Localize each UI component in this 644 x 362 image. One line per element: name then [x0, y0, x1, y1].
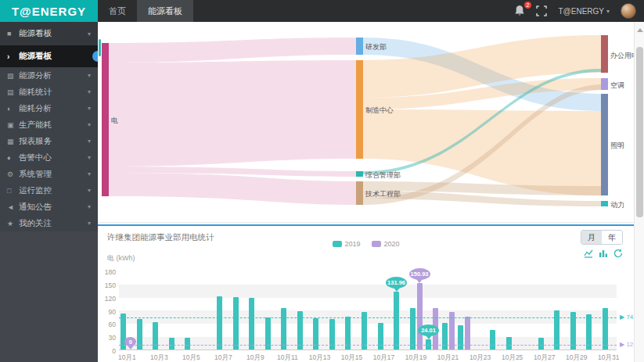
x-tick-label: 10月3	[145, 353, 173, 362]
x-tick-label: 10月29	[563, 353, 591, 362]
avg-line-2020	[119, 345, 617, 346]
scrollbar-thumb[interactable]	[636, 47, 643, 217]
sankey-node-manufacturing-center[interactable]	[356, 60, 363, 159]
chevron-down-icon: ▾	[88, 170, 91, 177]
page-scrollbar[interactable]	[634, 22, 644, 362]
markpoint-value: 150.93	[411, 271, 429, 278]
bar-2019-day9[interactable]	[249, 298, 254, 349]
avatar[interactable]	[621, 3, 636, 19]
brand-logo[interactable]: T@ENERGY	[0, 0, 98, 22]
bar-2019-day22[interactable]	[458, 325, 463, 349]
bar-2019-day8[interactable]	[233, 297, 239, 349]
bar-2019-day11[interactable]	[281, 308, 286, 349]
sankey-node-electricity[interactable]	[102, 43, 109, 196]
sidebar-item-operation-monitor[interactable]: □ 运行监控 ▾	[0, 182, 98, 199]
sankey-label-general-mgmt: 综合管理部	[365, 170, 401, 181]
x-tick-label: 10月7	[209, 353, 237, 362]
chart-toolbox	[584, 247, 623, 256]
bar-2019-day4[interactable]	[169, 338, 174, 349]
bar-2019-day27[interactable]	[538, 338, 544, 349]
sankey-node-general-mgmt[interactable]	[356, 171, 363, 177]
markpoint-2019-131.96: 131.96	[386, 277, 407, 289]
sankey-node-dynamic-power[interactable]	[601, 201, 608, 206]
nav-tabs: 首页 能源看板	[98, 0, 193, 22]
sankey-label-office-power: 办公用电	[610, 51, 634, 61]
year-button[interactable]: 年	[602, 231, 622, 244]
bar-chart-icon[interactable]	[599, 247, 608, 256]
month-button[interactable]: 月	[581, 231, 602, 244]
line-chart-icon[interactable]	[584, 247, 593, 256]
sankey-label-rd-dept: 研发部	[365, 42, 387, 52]
x-tick-label: 10月1	[113, 353, 141, 362]
sankey-node-tech-engineering[interactable]	[356, 181, 363, 205]
bar-2019-day31[interactable]	[603, 308, 608, 349]
megaphone-icon: ◄	[7, 203, 19, 211]
chart-legend: 20192020	[332, 240, 399, 248]
sankey-node-aircon[interactable]	[601, 78, 608, 90]
bar-2019-day7[interactable]	[217, 296, 222, 349]
bar-2019-day24[interactable]	[490, 330, 495, 349]
bar-2019-day28[interactable]	[554, 310, 559, 350]
sidebar-item-notice[interactable]: ◄ 通知公告 ▾	[0, 199, 98, 215]
sidebar-item-consumption-stats[interactable]: ▤ 能耗统计 ▾	[0, 84, 98, 100]
restore-icon[interactable]	[613, 247, 623, 256]
sidebar-item-energy-analysis[interactable]: ▧ 能源分析 ▾	[0, 67, 98, 84]
chevron-down-icon: ▾	[88, 105, 91, 112]
sidebar-item-consumption-analysis[interactable]: ◐ 能耗分析 ▾	[0, 100, 98, 116]
sidebar-item-report-service[interactable]: ▦ 报表服务 ▾	[0, 133, 98, 149]
sankey-label-tech-engineering: 技术工程部	[365, 189, 401, 199]
bar-2019-day18[interactable]	[394, 292, 399, 349]
notification-bell-icon[interactable]: 2	[514, 5, 525, 17]
sidebar-item-system-management[interactable]: ⚙ 系统管理 ▾	[0, 166, 98, 182]
sankey-node-rd-dept[interactable]	[356, 38, 363, 55]
dashboard-icon: ■	[7, 30, 19, 38]
top-header: T@ENERGY 首页 能源看板 2 T@ENERGY ▾	[0, 0, 644, 22]
scroll-up-arrow[interactable]	[637, 25, 643, 32]
x-tick-label: 10月25	[498, 353, 527, 362]
chevron-down-icon: ▾	[88, 121, 91, 128]
sankey-node-lighting[interactable]	[601, 94, 608, 195]
x-tick-label: 10月23	[466, 353, 495, 362]
chevron-down-icon: ▾	[88, 220, 91, 227]
bar-2019-day5[interactable]	[185, 338, 190, 349]
chevron-down-icon: ▾	[88, 30, 91, 38]
y-tick-label: 150	[95, 281, 116, 289]
y-tick-label: 60	[95, 321, 116, 328]
analysis-icon: ▧	[7, 72, 19, 80]
sidebar-subitem-energy-kanban-active[interactable]: › 能源看板	[0, 45, 98, 67]
sidebar-item-alert-center[interactable]: ♦ 告警中心 ▾	[0, 149, 98, 166]
chevron-down-icon: ▾	[88, 72, 91, 79]
chevron-down-icon: ▾	[88, 138, 91, 145]
bar-2019-day12[interactable]	[297, 311, 303, 349]
sidebar-footer-area	[0, 231, 98, 362]
sankey-node-office-power[interactable]	[601, 35, 608, 73]
tab-energy-dashboard[interactable]: 能源看板	[137, 0, 193, 22]
sankey-label-dynamic-power: 动力	[610, 200, 624, 210]
sankey-label-manufacturing-center: 制造中心	[365, 106, 394, 116]
legend-item-2020[interactable]: 2020	[372, 240, 400, 248]
markpoint-value: 0	[129, 339, 132, 346]
x-tick-label: 10月15	[337, 353, 365, 362]
active-item-marker	[92, 51, 98, 62]
x-tick-label: 10月27	[531, 353, 559, 362]
pie-chart-icon: ◐	[7, 105, 19, 113]
sidebar-item-my-follows[interactable]: ★ 我的关注 ▾	[0, 215, 98, 231]
chevron-down-icon: ▾	[88, 88, 91, 95]
legend-label: 2020	[384, 240, 400, 248]
chevron-down-icon: ▾	[88, 203, 91, 210]
inner-scroll-thumb[interactable]	[99, 39, 101, 56]
avg-line-2019	[119, 317, 617, 318]
bar-2019-day25[interactable]	[506, 337, 512, 349]
user-dropdown[interactable]: T@ENERGY ▾	[558, 7, 610, 16]
legend-item-2019[interactable]: 2019	[332, 240, 360, 248]
sidebar-item-production-energy[interactable]: ▣ 生产能耗 ▾	[0, 116, 98, 133]
star-icon: ★	[7, 220, 19, 228]
bar-2020-day19[interactable]	[417, 283, 423, 349]
bar-2019-day19[interactable]	[410, 308, 416, 349]
x-tick-label: 10月9	[241, 353, 269, 362]
period-toggle: 月 年	[581, 230, 623, 245]
tab-home[interactable]: 首页	[98, 0, 137, 22]
fullscreen-icon[interactable]	[536, 5, 547, 16]
sidebar-item-energy-kanban[interactable]: ■ 能源看板 ▾	[0, 22, 98, 45]
chevron-down-icon: ▾	[606, 8, 610, 15]
